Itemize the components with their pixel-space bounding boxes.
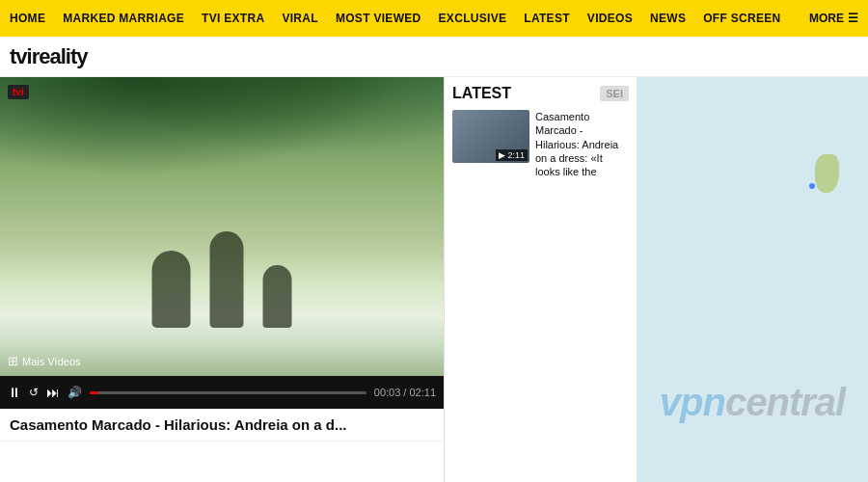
mais-videos-label: ⊞ Mais Vídeos (8, 354, 81, 368)
video-title: Casamento Marcado - Hilarious: Andreia o… (0, 409, 444, 442)
silhouette-3 (263, 265, 292, 328)
video-silhouette (152, 231, 292, 328)
vpn-text: vpn (660, 381, 725, 423)
video-section: tvi ⊞ Mais Vídeos ⏸ ↺ ⏭ 🔊 00:03 / 02:11 (0, 77, 444, 482)
mais-videos-icon: ⊞ (8, 354, 18, 368)
main-area: tvi ⊞ Mais Vídeos ⏸ ↺ ⏭ 🔊 00:03 / 02:11 (0, 77, 868, 482)
play-pause-button[interactable]: ⏸ (8, 385, 21, 400)
nav-tvi-extra[interactable]: TVI EXTRA (202, 12, 264, 25)
progress-bar[interactable] (90, 391, 366, 394)
channel-badge: tvi (8, 85, 29, 99)
latest-section: LATEST SEI ▶2:11 Casamento Marcado - Hil… (444, 77, 637, 482)
nav-home[interactable]: HOME (10, 12, 45, 25)
rewind-button[interactable]: ↺ (29, 386, 39, 399)
latest-thumbnail: ▶2:11 (452, 110, 529, 163)
logo-tvi: tvi (10, 44, 32, 68)
nav-more-button[interactable]: MORE ☰ (809, 12, 858, 25)
menu-icon: ☰ (848, 12, 858, 25)
nav-marked-marriage[interactable]: MARKED MARRIAGE (63, 12, 184, 25)
latest-search[interactable]: SEI (600, 86, 629, 101)
silhouette-1 (152, 251, 191, 328)
skip-button[interactable]: ⏭ (46, 385, 60, 400)
central-text: central (725, 381, 845, 423)
nav-off-screen[interactable]: OFF SCREEN (703, 12, 780, 25)
map-section: vpncentral 🌐 🛡 ⬡ ⚙ N NordVPN CONNECTED (637, 77, 868, 482)
time-display: 00:03 / 02:11 (374, 387, 436, 398)
latest-item-title: Casamento Marcado - Hilarious: Andreia o… (535, 110, 629, 178)
site-logo[interactable]: tvireality (10, 44, 88, 69)
vpncentral-watermark: vpncentral (637, 381, 868, 424)
video-controls: ⏸ ↺ ⏭ 🔊 00:03 / 02:11 (0, 376, 444, 409)
latest-header: LATEST SEI (452, 85, 629, 102)
thumb-duration: ▶2:11 (496, 149, 528, 161)
volume-button[interactable]: 🔊 (68, 386, 82, 399)
nav-news[interactable]: NEWS (650, 12, 686, 25)
more-label: MORE (809, 12, 844, 25)
map-dot-1 (809, 183, 815, 189)
latest-item[interactable]: ▶2:11 Casamento Marcado - Hilarious: And… (452, 110, 629, 178)
tree-overlay (0, 77, 444, 193)
logo-bar: tvireality (0, 37, 868, 77)
top-navigation: HOME MARKED MARRIAGE TVI EXTRA VIRAL MOS… (0, 0, 868, 37)
nav-viral[interactable]: VIRAL (282, 12, 318, 25)
nav-exclusive[interactable]: EXCLUSIVE (439, 12, 507, 25)
nav-videos[interactable]: VIDEOS (587, 12, 633, 25)
nav-latest[interactable]: LATEST (524, 12, 570, 25)
map-ireland (815, 154, 839, 193)
video-player[interactable]: tvi ⊞ Mais Vídeos (0, 77, 444, 376)
nav-most-viewed[interactable]: MOST VIEWED (336, 12, 421, 25)
silhouette-2 (210, 231, 244, 328)
logo-reality: reality (32, 44, 88, 68)
progress-fill (90, 391, 98, 394)
